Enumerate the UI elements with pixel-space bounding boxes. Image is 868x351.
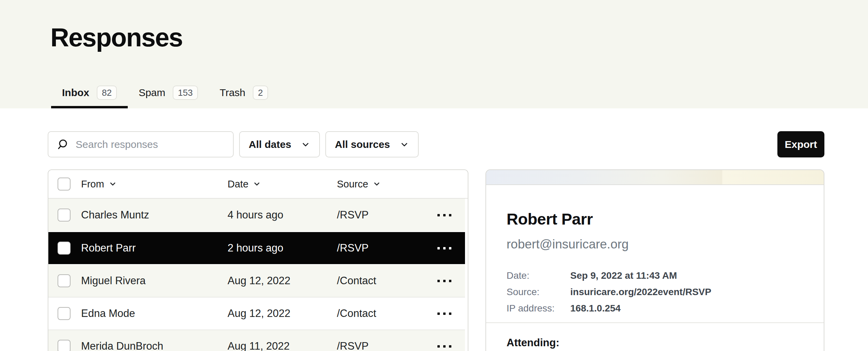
meta-row-ip: IP address: 168.1.0.254 <box>507 303 803 314</box>
row-date: Aug 11, 2022 <box>228 340 337 351</box>
detail-name: Robert Parr <box>507 210 803 228</box>
attending-heading: Attending: <box>486 323 824 351</box>
column-header-source[interactable]: Source <box>337 179 427 190</box>
tab-trash-label: Trash <box>220 87 246 98</box>
row-from: Edna Mode <box>81 307 228 320</box>
row-source: /RSVP <box>337 242 437 254</box>
detail-header-gradient <box>486 170 824 185</box>
tab-spam[interactable]: Spam 153 <box>128 77 209 108</box>
tab-trash[interactable]: Trash 2 <box>209 77 279 108</box>
tab-spam-count-badge: 153 <box>173 86 198 100</box>
row-date: 4 hours ago <box>228 209 337 221</box>
row-source: /RSVP <box>337 340 437 351</box>
date-filter-label: All dates <box>249 139 291 150</box>
row-date: Aug 12, 2022 <box>228 275 337 287</box>
row-menu-button[interactable] <box>437 211 451 220</box>
row-source: /Contact <box>337 275 437 287</box>
row-source: /RSVP <box>337 209 437 221</box>
row-checkbox[interactable] <box>58 242 71 255</box>
row-source: /Contact <box>337 307 437 320</box>
chevron-down-icon <box>253 180 261 188</box>
row-from: Miguel Rivera <box>81 275 228 287</box>
date-filter-select[interactable]: All dates <box>239 131 320 157</box>
detail-email: robert@insuricare.org <box>507 237 803 251</box>
toolbar: All dates All sources Export <box>48 131 824 157</box>
row-checkbox[interactable] <box>58 307 71 320</box>
table-header-row: From Date Source <box>48 170 468 199</box>
table-body: Charles Muntz 4 hours ago /RSVP Robert P… <box>48 199 468 351</box>
meta-row-date: Date: Sep 9, 2022 at 11:43 AM <box>507 270 803 281</box>
search-input[interactable] <box>76 139 226 150</box>
row-date: Aug 12, 2022 <box>228 307 337 320</box>
row-menu-button[interactable] <box>437 309 451 318</box>
main-content: All dates All sources Export From <box>0 131 868 351</box>
source-filter-select[interactable]: All sources <box>325 131 419 157</box>
row-from: Robert Parr <box>81 242 228 254</box>
page-header: Responses Inbox 82 Spam 153 Trash 2 <box>0 0 868 108</box>
search-input-wrapper <box>48 131 234 157</box>
row-checkbox[interactable] <box>58 209 71 222</box>
search-icon <box>57 138 69 151</box>
row-checkbox[interactable] <box>58 274 71 287</box>
detail-meta: Date: Sep 9, 2022 at 11:43 AM Source: in… <box>507 270 803 314</box>
chevron-down-icon <box>301 140 310 149</box>
tab-spam-label: Spam <box>139 87 165 98</box>
tab-inbox-label: Inbox <box>62 87 89 98</box>
tab-inbox[interactable]: Inbox 82 <box>51 77 128 108</box>
response-detail-panel: Robert Parr robert@insuricare.org Date: … <box>485 169 824 351</box>
table-row[interactable]: Miguel Rivera Aug 12, 2022 /Contact <box>48 264 465 297</box>
table-row[interactable]: Edna Mode Aug 12, 2022 /Contact <box>48 297 465 330</box>
row-checkbox[interactable] <box>58 340 71 351</box>
select-all-checkbox[interactable] <box>58 178 71 190</box>
meta-row-source: Source: insuricare.org/2022event/RSVP <box>507 286 803 298</box>
table-row[interactable]: Charles Muntz 4 hours ago /RSVP <box>48 199 465 231</box>
export-button[interactable]: Export <box>777 131 824 157</box>
tab-inbox-count-badge: 82 <box>97 86 117 100</box>
responses-page: Responses Inbox 82 Spam 153 Trash 2 <box>0 0 868 351</box>
tab-trash-count-badge: 2 <box>253 86 268 100</box>
page-title: Responses <box>50 22 183 52</box>
column-header-from[interactable]: From <box>81 179 228 190</box>
source-filter-label: All sources <box>335 139 390 150</box>
row-from: Merida DunBroch <box>81 340 228 351</box>
row-menu-button[interactable] <box>437 342 451 351</box>
detail-body: Robert Parr robert@insuricare.org Date: … <box>486 185 824 314</box>
row-date: 2 hours ago <box>228 242 337 254</box>
chevron-down-icon <box>373 180 381 188</box>
tab-bar: Inbox 82 Spam 153 Trash 2 <box>51 77 279 108</box>
table-row-selected[interactable]: Robert Parr 2 hours ago /RSVP <box>48 231 465 264</box>
table-row[interactable]: Merida DunBroch Aug 11, 2022 /RSVP <box>48 330 465 351</box>
row-from: Charles Muntz <box>81 209 228 221</box>
responses-table: From Date Source <box>48 169 468 351</box>
row-menu-button[interactable] <box>437 244 451 253</box>
row-menu-button[interactable] <box>437 276 451 286</box>
chevron-down-icon <box>400 140 409 149</box>
content-row: From Date Source <box>48 169 824 351</box>
column-header-date[interactable]: Date <box>228 179 337 190</box>
chevron-down-icon <box>109 180 117 188</box>
